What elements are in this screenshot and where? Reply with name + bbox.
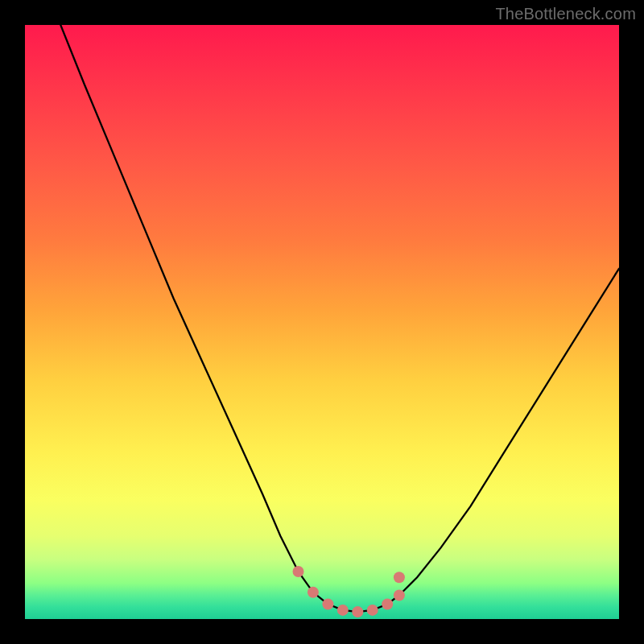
bottleneck-curve [60,25,619,612]
curve-group [60,25,619,617]
chart-stage: TheBottleneck.com [0,0,644,644]
watermark-text: TheBottleneck.com [495,5,636,23]
bottom-marker [293,566,304,577]
plot-area [25,25,619,619]
bottom-marker [394,590,405,601]
bottom-marker [367,605,378,616]
bottom-marker [322,599,333,610]
bottom-marker [382,599,393,610]
bottom-marker [352,606,363,617]
bottom-marker-group [293,566,405,617]
bottom-marker [394,572,405,583]
bottom-marker [337,605,349,616]
bottom-marker [308,587,319,598]
curve-layer [25,25,619,619]
